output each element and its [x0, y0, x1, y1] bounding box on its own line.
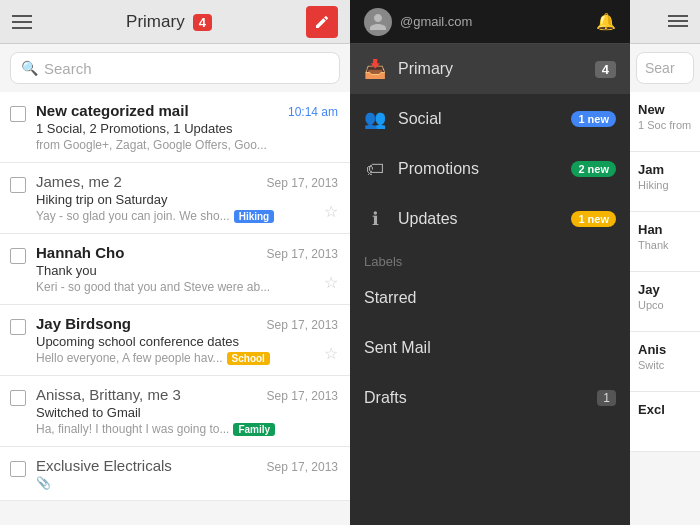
email-time: Sep 17, 2013 — [267, 318, 338, 332]
drawer-label-sent[interactable]: Sent Mail — [350, 323, 630, 373]
email-time: Sep 17, 2013 — [267, 176, 338, 190]
right-email-sender: Jam — [638, 162, 692, 177]
email-sender: New categorized mail — [36, 102, 189, 119]
drawer-label-starred[interactable]: Starred — [350, 273, 630, 323]
email-checkbox[interactable] — [10, 390, 26, 406]
right-hamburger-icon[interactable] — [668, 15, 688, 29]
right-email-sub: Switc — [638, 359, 692, 371]
drawer-item-social[interactable]: 👥Social1 new — [350, 94, 630, 144]
drawer-menu-items: 📥Primary4👥Social1 new🏷Promotions2 newℹUp… — [350, 44, 630, 244]
email-preview: Keri - so good that you and Steve were a… — [36, 280, 338, 294]
email-subject: Thank you — [36, 263, 338, 278]
search-icon: 🔍 — [21, 60, 38, 76]
email-sender: Exclusive Electricals — [36, 457, 172, 474]
right-email-item[interactable]: HanThank — [630, 212, 700, 272]
right-email-sub: Hiking — [638, 179, 692, 191]
right-email-sender: Jay — [638, 282, 692, 297]
social-icon: 👥 — [364, 108, 386, 130]
drawer-label-badge: 1 — [597, 390, 616, 406]
user-email: @gmail.com — [400, 14, 472, 29]
email-sender: Hannah Cho — [36, 244, 124, 261]
drawer-item-badge: 4 — [595, 61, 616, 78]
left-header: Primary 4 — [0, 0, 350, 44]
right-email-item[interactable]: AnisSwitc — [630, 332, 700, 392]
drawer-item-promotions[interactable]: 🏷Promotions2 new — [350, 144, 630, 194]
email-checkbox[interactable] — [10, 461, 26, 477]
notification-icon[interactable]: 🔔 — [596, 12, 616, 31]
email-time: Sep 17, 2013 — [267, 460, 338, 474]
right-email-sender: Excl — [638, 402, 692, 417]
email-sender: James, me 2 — [36, 173, 122, 190]
updates-icon: ℹ — [364, 208, 386, 230]
email-sender: Jay Birdsong — [36, 315, 131, 332]
star-icon[interactable]: ☆ — [324, 344, 338, 363]
drawer-item-badge: 2 new — [571, 161, 616, 177]
email-item[interactable]: Exclusive ElectricalsSep 17, 2013📎 — [0, 447, 350, 501]
email-checkbox[interactable] — [10, 248, 26, 264]
drawer-item-label: Promotions — [398, 160, 571, 178]
promotions-icon: 🏷 — [364, 159, 386, 180]
attachment-icon: 📎 — [36, 476, 51, 490]
email-time: Sep 17, 2013 — [267, 247, 338, 261]
drawer-label-drafts[interactable]: Drafts1 — [350, 373, 630, 423]
email-item[interactable]: Hannah ChoSep 17, 2013Thank youKeri - so… — [0, 234, 350, 305]
email-time: 10:14 am — [288, 105, 338, 119]
drawer-panel: @gmail.com 🔔 📥Primary4👥Social1 new🏷Promo… — [350, 0, 630, 525]
email-sender: Anissa, Brittany, me 3 — [36, 386, 181, 403]
right-email-item[interactable]: Excl — [630, 392, 700, 452]
email-preview: Yay - so glad you can join. We sho...Hik… — [36, 209, 338, 223]
email-item[interactable]: James, me 2Sep 17, 2013Hiking trip on Sa… — [0, 163, 350, 234]
star-icon[interactable]: ☆ — [324, 202, 338, 221]
drawer-item-label: Social — [398, 110, 571, 128]
email-checkbox[interactable] — [10, 319, 26, 335]
email-subject: Switched to Gmail — [36, 405, 338, 420]
email-time: Sep 17, 2013 — [267, 389, 338, 403]
email-preview: from Google+, Zagat, Google Offers, Goo.… — [36, 138, 338, 152]
right-header — [630, 0, 700, 44]
email-item[interactable]: Anissa, Brittany, me 3Sep 17, 2013Switch… — [0, 376, 350, 447]
right-panel: Sear New1 Soc fromJamHikingHanThankJayUp… — [630, 0, 700, 525]
drawer-item-label: Updates — [398, 210, 571, 228]
drawer-header: @gmail.com 🔔 — [350, 0, 630, 44]
drawer-item-badge: 1 new — [571, 111, 616, 127]
right-email-item[interactable]: JayUpco — [630, 272, 700, 332]
star-icon[interactable]: ☆ — [324, 273, 338, 292]
email-subject: 1 Social, 2 Promotions, 1 Updates — [36, 121, 338, 136]
right-email-sub: Thank — [638, 239, 692, 251]
search-placeholder: Search — [44, 60, 92, 77]
drawer-item-primary[interactable]: 📥Primary4 — [350, 44, 630, 94]
right-email-item[interactable]: New1 Soc from — [630, 92, 700, 152]
email-preview: Ha, finally! I thought I was going to...… — [36, 422, 338, 436]
right-email-sender: Anis — [638, 342, 692, 357]
email-item[interactable]: New categorized mail10:14 am1 Social, 2 … — [0, 92, 350, 163]
email-preview-text: Hello everyone, A few people hav... — [36, 351, 223, 365]
email-subject: Upcoming school conference dates — [36, 334, 338, 349]
email-checkbox[interactable] — [10, 106, 26, 122]
drawer-label-text: Starred — [364, 289, 616, 307]
email-preview: Hello everyone, A few people hav...Schoo… — [36, 351, 338, 365]
email-item[interactable]: Jay BirdsongSep 17, 2013Upcoming school … — [0, 305, 350, 376]
drawer-label-text: Drafts — [364, 389, 597, 407]
right-email-sender: New — [638, 102, 692, 117]
avatar — [364, 8, 392, 36]
right-email-sub: 1 Soc from — [638, 119, 692, 131]
compose-button[interactable] — [306, 6, 338, 38]
primary-icon: 📥 — [364, 58, 386, 80]
email-checkbox[interactable] — [10, 177, 26, 193]
email-subject: Hiking trip on Saturday — [36, 192, 338, 207]
right-email-item[interactable]: JamHiking — [630, 152, 700, 212]
drawer-item-badge: 1 new — [571, 211, 616, 227]
hamburger-icon[interactable] — [12, 15, 32, 29]
search-bar[interactable]: 🔍 Search — [10, 52, 340, 84]
email-preview-text: Keri - so good that you and Steve were a… — [36, 280, 270, 294]
drawer-label-text: Sent Mail — [364, 339, 616, 357]
email-list: New categorized mail10:14 am1 Social, 2 … — [0, 92, 350, 525]
drawer-item-updates[interactable]: ℹUpdates1 new — [350, 194, 630, 244]
email-tag: Hiking — [234, 210, 275, 223]
right-search-bar[interactable]: Sear — [636, 52, 694, 84]
inbox-title: Primary — [126, 12, 185, 32]
email-preview: 📎 — [36, 476, 338, 490]
drawer-item-label: Primary — [398, 60, 595, 78]
right-search-placeholder: Sear — [645, 60, 675, 76]
inbox-badge: 4 — [193, 14, 212, 31]
